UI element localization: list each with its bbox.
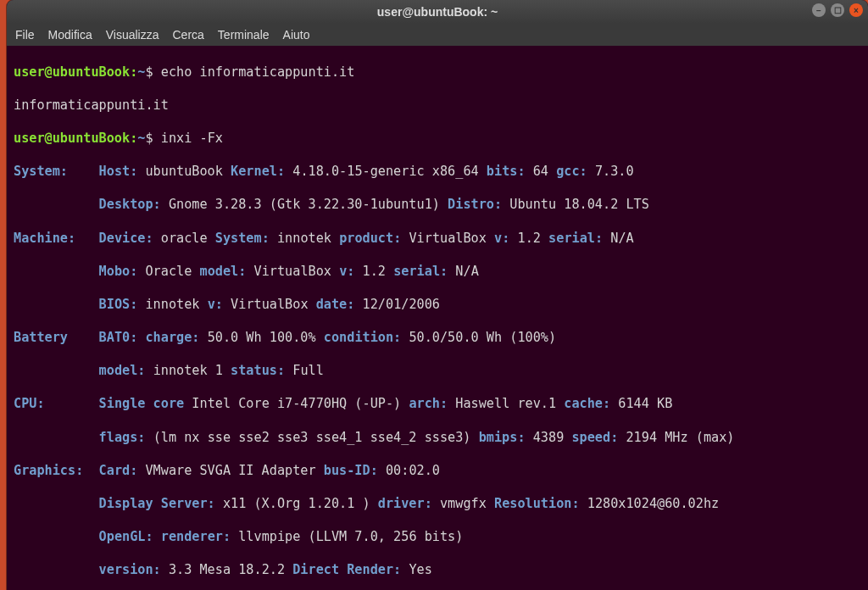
prompt-sep: $ — [145, 64, 153, 80]
section-system: System: — [14, 164, 68, 179]
window-controls: − ☐ × — [812, 3, 863, 17]
echo-output: informaticappunti.it — [14, 97, 861, 114]
maximize-button[interactable]: ☐ — [831, 3, 844, 17]
menu-cerca[interactable]: Cerca — [172, 28, 203, 42]
terminal-window: user@ubuntuBook: ~ − ☐ × File Modifica V… — [7, 0, 868, 590]
minimize-button[interactable]: − — [812, 3, 826, 17]
menu-modifica[interactable]: Modifica — [48, 28, 92, 42]
terminal-body[interactable]: user@ubuntuBook:~$ echo informaticappunt… — [7, 46, 868, 590]
prompt-user: user@ubuntuBook: — [14, 64, 137, 80]
section-machine: Machine: — [14, 231, 75, 246]
close-button[interactable]: × — [849, 3, 863, 17]
cmd-inxi: inxi -Fx — [161, 131, 223, 146]
menu-visualizza[interactable]: Visualizza — [106, 28, 159, 42]
section-battery: Battery — [14, 330, 68, 345]
menu-aiuto[interactable]: Aiuto — [283, 28, 310, 42]
section-graphics: Graphics: — [14, 463, 83, 478]
window-title: user@ubuntuBook: ~ — [377, 5, 498, 19]
cmd-echo: echo informaticappunti.it — [161, 64, 355, 80]
menubar: File Modifica Visualizza Cerca Terminale… — [7, 24, 868, 46]
menu-file[interactable]: File — [15, 28, 35, 42]
section-cpu: CPU: — [14, 396, 45, 411]
menu-terminale[interactable]: Terminale — [218, 28, 270, 42]
titlebar: user@ubuntuBook: ~ − ☐ × — [7, 0, 868, 24]
